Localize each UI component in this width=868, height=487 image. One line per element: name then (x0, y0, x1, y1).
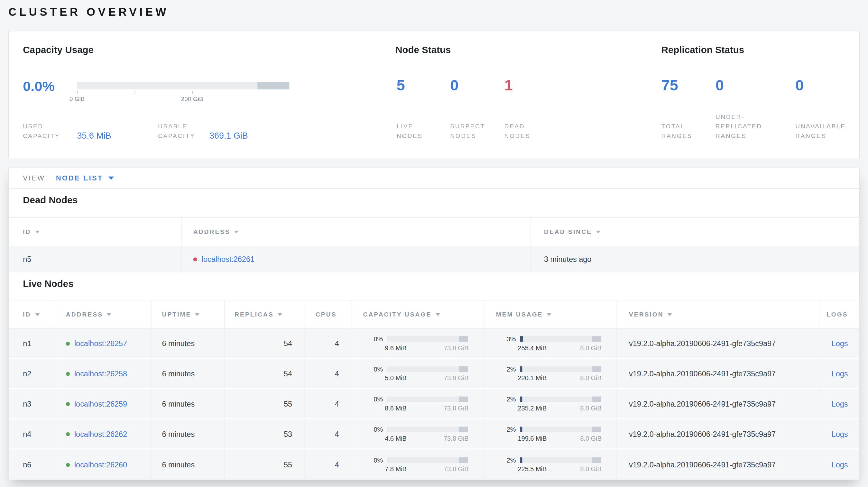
version-value: v19.2.0-alpha.20190606-2491-gfe735c9a97 (617, 389, 819, 418)
replicas-value: 53 (224, 419, 304, 448)
live-status-icon (66, 432, 70, 436)
column-label: MEM USAGE (496, 311, 543, 318)
node-address-link[interactable]: localhost:26260 (74, 460, 127, 469)
view-bar: VIEW: NODE LIST (9, 168, 859, 189)
version-value: v19.2.0-alpha.20190606-2491-gfe735c9a97 (617, 419, 819, 448)
capacity-usage-cell: 0% 5.0 MiB 73.8 GiB (351, 359, 484, 388)
meter-fill (520, 426, 522, 432)
column-header-uptime[interactable]: UPTIME (152, 300, 224, 328)
view-selector[interactable]: NODE LIST (56, 174, 114, 182)
capacity-used-value: 7.8 MiB (385, 466, 407, 473)
meter-fill (520, 457, 522, 463)
uptime-value: 6 minutes (152, 389, 224, 418)
mem-meter (520, 336, 601, 342)
capacity-bar: 0 GiB 200 GiB (77, 82, 289, 90)
suspect-nodes-count: 0 (450, 77, 459, 95)
cpus-value: 4 (304, 450, 351, 480)
capacity-usage-cell: 0% 8.6 MiB 73.8 GiB (351, 389, 484, 418)
node-address-cell: localhost:26262 (55, 419, 152, 448)
node-address-link[interactable]: localhost:26258 (74, 369, 127, 378)
column-header-address[interactable]: ADDRESS (55, 300, 152, 328)
live-nodes-heading: Live Nodes (23, 279, 73, 290)
usable-capacity-label: USABLE CAPACITY (158, 122, 206, 140)
node-id: n6 (9, 450, 55, 480)
meter-total-segment (592, 397, 601, 402)
node-address-cell: localhost:26260 (55, 450, 152, 480)
version-value: v19.2.0-alpha.20190606-2491-gfe735c9a97 (617, 450, 819, 480)
live-table-header: ID ADDRESS UPTIME REPLICAS CPUS (9, 300, 859, 329)
mem-meter (520, 366, 601, 372)
mem-used-value: 220.1 MiB (518, 375, 547, 382)
table-row: n3 localhost:26259 6 minutes 55 4 0% 8.6… (9, 389, 859, 419)
column-label: DEAD SINCE (544, 228, 592, 235)
column-header-id[interactable]: ID (9, 218, 182, 246)
column-label: ADDRESS (66, 311, 103, 318)
axis-tick (77, 91, 78, 94)
capacity-total-value: 73.8 GiB (444, 435, 469, 442)
live-nodes-label: LIVE NODES (397, 122, 436, 140)
column-label: REPLICAS (235, 311, 274, 318)
capacity-total-value: 73.8 GiB (444, 405, 469, 412)
cpus-value: 4 (304, 359, 351, 388)
uptime-value: 6 minutes (152, 419, 224, 448)
mem-usage-cell: 2% 199.6 MiB 8.0 GiB (484, 419, 617, 448)
logs-cell: Logs (819, 450, 859, 480)
column-header-version[interactable]: VERSION (617, 300, 819, 328)
sort-desc-icon (547, 313, 551, 316)
mem-total-value: 8.0 GiB (580, 345, 601, 351)
cpus-value: 4 (304, 329, 351, 358)
dead-nodes-label: DEAD NODES (504, 122, 544, 140)
column-header-capacity-usage[interactable]: CAPACITY USAGE (351, 300, 484, 328)
node-address-link[interactable]: localhost:26259 (74, 399, 127, 408)
capacity-usage-cell: 0% 7.8 MiB 73.8 GiB (351, 450, 484, 480)
live-status-icon (66, 342, 70, 346)
capacity-percent: 0% (374, 366, 387, 372)
mem-usage-cell: 3% 255.4 MiB 8.0 GiB (484, 329, 617, 358)
capacity-used-value: 9.6 MiB (385, 345, 407, 351)
column-label: ADDRESS (193, 228, 230, 235)
column-header-mem-usage[interactable]: MEM USAGE (484, 300, 617, 328)
table-row: n6 localhost:26260 6 minutes 55 4 0% 7.8… (9, 450, 859, 480)
node-address-cell: localhost:26259 (55, 389, 152, 418)
column-header-id[interactable]: ID (9, 300, 55, 328)
replicas-value: 54 (224, 329, 304, 358)
total-ranges-count: 75 (661, 77, 678, 95)
node-address-link[interactable]: localhost:26257 (74, 339, 127, 348)
capacity-meter (387, 397, 468, 402)
sort-desc-icon (35, 313, 39, 316)
mem-percent: 2% (507, 457, 520, 463)
axis-tick-label: 0 GiB (69, 96, 85, 102)
node-id: n2 (9, 359, 55, 388)
mem-used-value: 235.2 MiB (518, 405, 547, 412)
logs-link[interactable]: Logs (832, 339, 848, 348)
uptime-value: 6 minutes (152, 329, 224, 358)
mem-usage-cell: 2% 235.2 MiB 8.0 GiB (484, 389, 617, 418)
total-ranges-label: TOTAL RANGES (661, 122, 701, 140)
dead-table-header: ID ADDRESS DEAD SINCE (9, 217, 859, 246)
column-label: ID (23, 228, 31, 235)
node-address-link[interactable]: localhost:26262 (74, 430, 127, 438)
logs-link[interactable]: Logs (832, 460, 848, 469)
meter-total-segment (459, 457, 468, 463)
mem-meter (520, 397, 601, 402)
node-id: n5 (9, 247, 182, 273)
column-header-dead-since[interactable]: DEAD SINCE (531, 218, 859, 246)
logs-link[interactable]: Logs (832, 430, 848, 438)
node-id: n3 (9, 389, 55, 418)
dead-nodes-heading: Dead Nodes (23, 195, 78, 206)
node-id: n1 (9, 329, 55, 358)
capacity-used-value: 8.6 MiB (385, 405, 407, 412)
table-row: n5 localhost:26261 3 minutes ago (9, 247, 859, 273)
column-header-address[interactable]: ADDRESS (182, 218, 531, 246)
column-header-replicas[interactable]: REPLICAS (224, 300, 304, 328)
capacity-total-value: 73.8 GiB (444, 466, 469, 473)
chevron-down-icon (108, 176, 114, 180)
column-label: ID (23, 311, 31, 318)
dead-status-icon (193, 257, 197, 261)
capacity-meter (387, 457, 468, 463)
meter-fill (520, 366, 522, 372)
node-address-link[interactable]: localhost:26261 (202, 255, 254, 263)
logs-link[interactable]: Logs (832, 369, 848, 378)
logs-link[interactable]: Logs (832, 399, 848, 408)
live-status-icon (66, 462, 70, 466)
